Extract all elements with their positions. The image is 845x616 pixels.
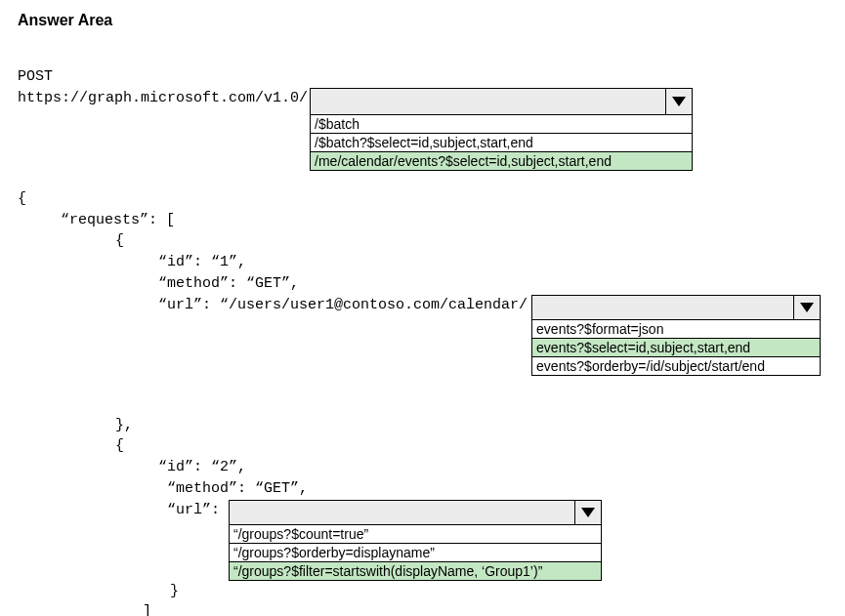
dropdown-3-option[interactable]: “/groups?$count=true” [230,525,601,543]
dropdown-1-option[interactable]: /me/calendar/events?$select=id,subject,s… [311,151,692,170]
chevron-down-icon [574,501,601,524]
chevron-down-icon [793,296,820,319]
dropdown-1-option[interactable]: /$batch?$select=id,subject,start,end [311,133,692,151]
code-id2: “id”: “2”, [18,457,827,478]
dropdown-1-list: /$batch /$batch?$select=id,subject,start… [310,115,693,171]
code-method1: “method”: “GET”, [18,273,827,295]
svg-marker-1 [800,303,814,312]
code-requests: “requests”: [ [18,210,827,231]
code-base-url: https://graph.microsoft.com/v1.0/ [18,88,308,109]
dropdown-2-option[interactable]: events?$format=json [532,320,820,338]
dropdown-3-value [230,501,574,524]
code-method2: “method”: “GET”, [18,478,827,500]
dropdown-3-list: “/groups?$count=true” “/groups?$orderby=… [229,525,602,581]
code-brace-open: { [18,188,827,210]
code-obj-open-2: { [18,435,827,457]
code-arr-close: ] [18,601,827,616]
code-url1-prefix: “url”: “/users/user1@contoso.com/calenda… [18,295,528,316]
dropdown-3-option[interactable]: “/groups?$orderby=displayname” [230,543,601,561]
dropdown-endpoint-2[interactable]: events?$format=json events?$select=id,su… [531,295,821,376]
svg-marker-2 [581,508,595,517]
chevron-down-icon [665,89,692,114]
svg-marker-0 [672,97,686,106]
code-url2-prefix: “url”: [18,500,229,521]
dropdown-endpoint-1[interactable]: /$batch /$batch?$select=id,subject,start… [310,88,693,171]
code-obj-close-comma: }, [18,415,827,436]
dropdown-3-option[interactable]: “/groups?$filter=startswith(displayName,… [230,561,601,580]
dropdown-2-value [532,296,793,319]
dropdown-2-option[interactable]: events?$orderby=/id/subject/start/end [532,356,820,375]
dropdown-2-list: events?$format=json events?$select=id,su… [531,320,821,376]
dropdown-endpoint-3[interactable]: “/groups?$count=true” “/groups?$orderby=… [229,500,602,581]
page-title: Answer Area [18,12,827,29]
code-post: POST [18,66,827,88]
code-id1: “id”: “1”, [18,252,827,273]
dropdown-1-value [311,89,665,114]
dropdown-1-option[interactable]: /$batch [311,115,692,133]
dropdown-2-option[interactable]: events?$select=id,subject,start,end [532,338,820,356]
code-obj-open: { [18,230,827,252]
code-obj-close-2: } [18,581,827,602]
